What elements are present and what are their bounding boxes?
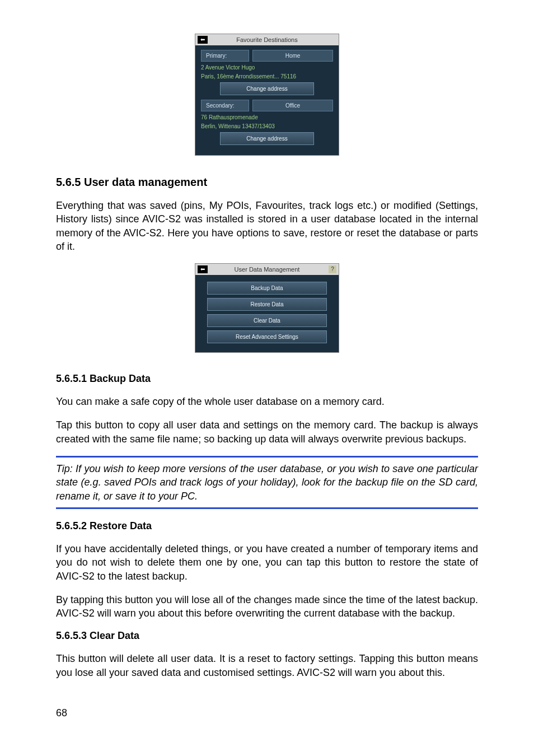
reset-advanced-button: Reset Advanced Settings <box>207 330 327 343</box>
tip-box: Tip: If you wish to keep more versions o… <box>56 456 478 509</box>
paragraph-565: Everything that was saved (pins, My POIs… <box>56 199 478 253</box>
change-address-button-2: Change address <box>220 132 313 145</box>
paragraph-5651-2: Tap this button to copy all user data an… <box>56 418 478 446</box>
primary-value: Home <box>252 50 333 62</box>
secondary-label: Secondary: <box>201 100 249 111</box>
change-address-button-1: Change address <box>220 82 313 95</box>
screenshot-title: Favourite Destinations <box>236 36 297 43</box>
heading-5651: 5.6.5.1 Backup Data <box>56 373 478 385</box>
page-number: 68 <box>56 707 478 719</box>
restore-data-button: Restore Data <box>207 298 327 311</box>
help-icon: ? <box>329 265 336 273</box>
back-icon: ⬅ <box>198 265 208 273</box>
paragraph-5651-1: You can make a safe copy of the whole us… <box>56 395 478 408</box>
primary-address-line2: Paris, 16ème Arrondissement... 75116 <box>201 73 333 80</box>
screenshot-body: Primary: Home 2 Avenue Victor Hugo Paris… <box>195 45 339 155</box>
screenshot2-title-bar: ⬅ User Data Management ? <box>195 264 339 275</box>
paragraph-5653-1: This button will delete all user data. I… <box>56 652 478 679</box>
secondary-address-line1: 76 Rathauspromenade <box>201 114 333 121</box>
screenshot2-title: User Data Management <box>235 266 300 273</box>
heading-565: 5.6.5 User data management <box>56 176 478 189</box>
screenshot-title-bar: ⬅ Favourite Destinations <box>195 34 339 45</box>
primary-label: Primary: <box>201 50 249 62</box>
heading-5652: 5.6.5.2 Restore Data <box>56 520 478 532</box>
secondary-address-line2: Berlin, Wittenau 13437/13403 <box>201 123 333 130</box>
clear-data-button: Clear Data <box>207 314 327 327</box>
heading-5653: 5.6.5.3 Clear Data <box>56 630 478 642</box>
paragraph-5652-1: If you have accidentally deleted things,… <box>56 542 478 583</box>
back-icon: ⬅ <box>198 36 208 44</box>
screenshot-favourite-destinations: ⬅ Favourite Destinations Primary: Home 2… <box>195 34 339 156</box>
primary-address-line1: 2 Avenue Victor Hugo <box>201 64 333 71</box>
screenshot-user-data-management: ⬅ User Data Management ? Backup Data Res… <box>195 263 339 353</box>
screenshot2-body: Backup Data Restore Data Clear Data Rese… <box>195 275 339 352</box>
backup-data-button: Backup Data <box>207 282 327 295</box>
secondary-value: Office <box>252 100 333 111</box>
paragraph-5652-2: By tapping this button you will lose all… <box>56 593 478 620</box>
